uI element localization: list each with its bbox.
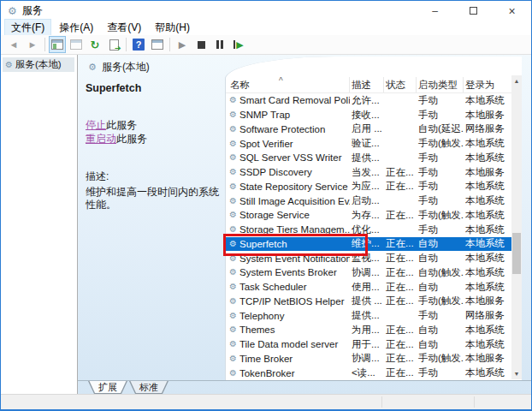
- service-startup-type-cell[interactable]: 手动: [417, 180, 464, 193]
- service-name-cell[interactable]: ⚙Telephony: [226, 311, 350, 321]
- service-name-cell[interactable]: ⚙Still Image Acquisition Ev...: [226, 196, 350, 206]
- service-startup-type-cell[interactable]: 手动: [417, 152, 464, 164]
- column-header-name[interactable]: 名称^: [226, 77, 350, 92]
- service-name-cell[interactable]: ⚙TokenBroker: [226, 368, 350, 378]
- service-status-cell[interactable]: 正在...: [384, 295, 417, 307]
- service-logon-cell[interactable]: 本地系统: [464, 180, 508, 193]
- service-status-cell[interactable]: 正在...: [384, 266, 417, 279]
- maximize-button[interactable]: [454, 1, 493, 21]
- service-description-cell[interactable]: 为用...: [350, 324, 384, 337]
- service-startup-type-cell[interactable]: 自动: [417, 281, 464, 294]
- service-name-cell[interactable]: ⚙Software Protection: [226, 124, 350, 134]
- scrollbar-thumb[interactable]: [512, 233, 521, 274]
- service-description-cell[interactable]: 协调...: [350, 352, 384, 365]
- service-row[interactable]: ⚙System Events Broker协调...正在...自动(触发...本…: [226, 265, 511, 280]
- service-name-cell[interactable]: ⚙Tile Data model server: [226, 339, 350, 349]
- service-row[interactable]: ⚙Storage Service为存...正在...手动(触发...本地系统: [226, 208, 511, 223]
- service-description-cell[interactable]: 验证...: [350, 137, 384, 150]
- menu-help[interactable]: 帮助(H): [149, 20, 196, 36]
- export-list-button[interactable]: [105, 36, 122, 53]
- service-logon-cell[interactable]: 本地系统: [464, 366, 508, 379]
- service-logon-cell[interactable]: 本地系统: [464, 237, 508, 250]
- service-name-cell[interactable]: ⚙System Events Broker: [226, 267, 350, 277]
- service-row[interactable]: ⚙Time Broker协调...正在...手动(触发...本地服务: [226, 352, 511, 366]
- tab-extended[interactable]: 扩展: [88, 381, 127, 394]
- service-status-cell[interactable]: 正在...: [384, 252, 417, 265]
- service-logon-cell[interactable]: 网络服务: [464, 122, 508, 135]
- service-description-cell[interactable]: 启用 ...: [350, 122, 384, 135]
- service-description-cell[interactable]: 提供...: [350, 309, 384, 322]
- service-name-cell[interactable]: ⚙Themes: [226, 325, 350, 335]
- service-description-cell[interactable]: <读...: [350, 366, 384, 379]
- column-header-logon-as[interactable]: 登录为: [464, 77, 508, 92]
- service-startup-type-cell[interactable]: 手动(触发...: [417, 352, 464, 365]
- service-startup-type-cell[interactable]: 自动: [417, 338, 464, 351]
- service-logon-cell[interactable]: 本地服务: [464, 295, 508, 307]
- service-name-cell[interactable]: ⚙Time Broker: [226, 354, 350, 364]
- service-status-cell[interactable]: 正在...: [384, 352, 417, 365]
- service-logon-cell[interactable]: 网络服务: [464, 309, 508, 322]
- service-logon-cell[interactable]: 本地系统: [464, 94, 508, 107]
- service-logon-cell[interactable]: 本地系统: [464, 152, 508, 164]
- service-startup-type-cell[interactable]: 手动: [417, 223, 464, 236]
- service-status-cell[interactable]: 正在...: [384, 180, 417, 193]
- service-row[interactable]: ⚙Tile Data model server用于...正在...自动本地系统: [226, 337, 511, 352]
- service-status-cell[interactable]: 正在...: [384, 324, 417, 337]
- service-status-cell[interactable]: 正在...: [384, 166, 417, 179]
- service-row[interactable]: ⚙Task Scheduler使用...正在...自动本地系统: [226, 280, 511, 295]
- service-logon-cell[interactable]: 本地服务: [464, 352, 508, 365]
- service-name-cell[interactable]: ⚙State Repository Service: [226, 182, 350, 192]
- column-header-status[interactable]: 状态: [384, 77, 417, 92]
- forward-button[interactable]: ►: [24, 36, 41, 53]
- service-row[interactable]: ⚙Telephony提供...手动网络服务: [226, 308, 511, 323]
- service-row[interactable]: ⚙Smart Card Removal Poli...允许...手动本地系统: [226, 93, 511, 108]
- column-header-startup-type[interactable]: 启动类型: [417, 77, 464, 92]
- service-startup-type-cell[interactable]: 手动(触发...: [417, 137, 464, 150]
- service-description-cell[interactable]: 为应...: [350, 180, 384, 193]
- service-name-cell[interactable]: ⚙TCP/IP NetBIOS Helper: [226, 296, 350, 307]
- service-logon-cell[interactable]: 本地系统: [464, 209, 508, 222]
- scroll-down-icon[interactable]: ▼: [511, 368, 522, 379]
- help-button[interactable]: ?: [130, 36, 147, 53]
- service-startup-type-cell[interactable]: 手动: [417, 366, 464, 379]
- tab-standard[interactable]: 标准: [129, 381, 168, 394]
- service-status-cell[interactable]: 正在...: [384, 209, 417, 222]
- service-row[interactable]: ⚙TokenBroker<读...正在...手动本地系统: [226, 366, 511, 380]
- menu-action[interactable]: 操作(A): [53, 20, 99, 36]
- service-row[interactable]: ⚙SQL Server VSS Writer提供...手动本地系统: [226, 151, 511, 165]
- properties-button[interactable]: [68, 36, 85, 53]
- stop-service-link[interactable]: 停止: [86, 119, 106, 131]
- service-row[interactable]: ⚙Themes为用...正在...自动本地系统: [226, 323, 511, 337]
- service-logon-cell[interactable]: 本地服务: [464, 166, 508, 179]
- service-logon-cell[interactable]: 本地系统: [464, 194, 508, 207]
- service-description-cell[interactable]: 为存...: [350, 209, 384, 222]
- service-startup-type-cell[interactable]: 自动: [417, 252, 464, 265]
- service-logon-cell[interactable]: 本地服务: [464, 109, 508, 122]
- service-name-cell[interactable]: ⚙SNMP Trap: [226, 110, 350, 120]
- menu-file[interactable]: 文件(F): [4, 19, 51, 37]
- service-startup-type-cell[interactable]: 自动: [417, 324, 464, 337]
- service-description-cell[interactable]: 接收...: [350, 109, 384, 122]
- service-logon-cell[interactable]: 本地系统: [464, 338, 508, 351]
- show-action-pane-button[interactable]: [149, 36, 166, 53]
- service-description-cell[interactable]: 提供 ...: [350, 295, 384, 307]
- service-logon-cell[interactable]: 本地系统: [464, 137, 508, 150]
- service-startup-type-cell[interactable]: 手动: [417, 94, 464, 107]
- service-row[interactable]: ⚙State Repository Service为应...正在...手动本地系…: [226, 180, 511, 194]
- service-logon-cell[interactable]: 本地系统: [464, 281, 508, 294]
- service-startup-type-cell[interactable]: 手动(触发...: [417, 295, 464, 307]
- service-row[interactable]: ⚙SNMP Trap接收...手动本地服务: [226, 108, 511, 122]
- service-row[interactable]: ⚙TCP/IP NetBIOS Helper提供 ...正在...手动(触发..…: [226, 295, 511, 309]
- service-name-cell[interactable]: ⚙Smart Card Removal Poli...: [226, 95, 350, 105]
- service-name-cell[interactable]: ⚙SQL Server VSS Writer: [226, 152, 350, 163]
- column-header-description[interactable]: 描述: [350, 77, 384, 92]
- service-startup-type-cell[interactable]: 手动: [417, 166, 464, 179]
- service-row[interactable]: ⚙Still Image Acquisition Ev...启动...手动本地系…: [226, 194, 511, 208]
- service-startup-type-cell[interactable]: 自动: [417, 237, 464, 250]
- service-startup-type-cell[interactable]: 自动(延迟...: [417, 122, 464, 135]
- show-console-tree-button[interactable]: [49, 36, 66, 53]
- service-description-cell[interactable]: 启动...: [350, 194, 384, 207]
- tree-item-services-local[interactable]: ⚙ 服务(本地): [3, 57, 74, 72]
- service-description-cell[interactable]: 提供...: [350, 152, 384, 164]
- service-status-cell[interactable]: 正在...: [384, 366, 417, 379]
